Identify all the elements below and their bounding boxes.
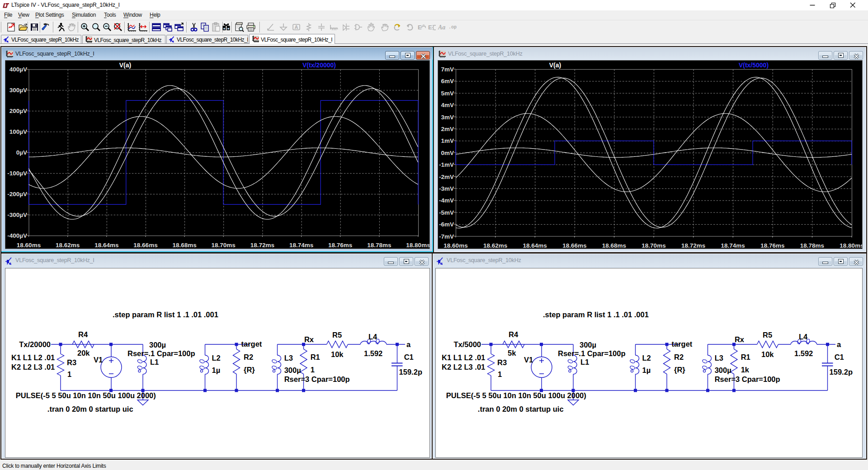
svg-text:18.72ms: 18.72ms xyxy=(681,242,705,249)
svg-text:C1: C1 xyxy=(835,353,844,361)
svg-text:PULSE(-5 5 50u 10n 10n 50u 100: PULSE(-5 5 50u 10n 10n 50u 100u 2000) xyxy=(446,391,586,400)
svg-text:3mV: 3mV xyxy=(441,114,454,121)
svg-text:18.64ms: 18.64ms xyxy=(94,242,118,249)
svg-text:-4mV: -4mV xyxy=(439,197,454,204)
svg-text:300µ: 300µ xyxy=(149,341,166,349)
svg-text:4mV: 4mV xyxy=(441,102,454,108)
svg-text:R4: R4 xyxy=(509,330,519,338)
svg-text:PULSE(-5 5 50u 10n 10n 50u 100: PULSE(-5 5 50u 10n 10n 50u 100u 2000) xyxy=(16,391,156,400)
svg-text:18.64ms: 18.64ms xyxy=(523,242,547,249)
svg-text:10k: 10k xyxy=(331,350,344,358)
svg-text:{R}: {R} xyxy=(244,366,255,374)
svg-text:V(a): V(a) xyxy=(549,61,561,69)
svg-text:6mV: 6mV xyxy=(441,78,454,85)
svg-text:18.68ms: 18.68ms xyxy=(172,242,196,249)
svg-text:18.74ms: 18.74ms xyxy=(721,242,745,249)
svg-text:Rx: Rx xyxy=(304,335,314,343)
svg-text:18.70ms: 18.70ms xyxy=(642,242,665,249)
svg-text:7mV: 7mV xyxy=(441,66,454,73)
svg-text:R2: R2 xyxy=(244,353,253,361)
svg-text:-5mV: -5mV xyxy=(439,209,454,216)
svg-text:18.68ms: 18.68ms xyxy=(602,242,626,249)
svg-text:A: A xyxy=(295,24,298,30)
svg-text:R2: R2 xyxy=(674,353,684,361)
svg-text:R5: R5 xyxy=(332,331,342,339)
svg-text:300µV: 300µV xyxy=(9,87,27,94)
svg-text:18.62ms: 18.62ms xyxy=(483,242,507,249)
svg-text:Rser=3 Cpar=100p: Rser=3 Cpar=100p xyxy=(284,375,350,383)
svg-text:K2 L2 L3 .01: K2 L2 L3 .01 xyxy=(11,363,55,371)
svg-text:.step param R list 1 .1 .01 .0: .step param R list 1 .1 .01 .001 xyxy=(113,310,218,319)
svg-text:R5: R5 xyxy=(763,331,772,339)
svg-text:-3mV: -3mV xyxy=(439,185,454,192)
svg-text:Tx/5000: Tx/5000 xyxy=(453,340,481,348)
svg-text:18.76ms: 18.76ms xyxy=(760,242,784,249)
svg-text:Rser=.1 Cpar=100p: Rser=.1 Cpar=100p xyxy=(127,349,195,357)
svg-text:L2: L2 xyxy=(642,354,651,362)
svg-text:.tran 0 20m 0 startup uic: .tran 0 20m 0 startup uic xyxy=(478,405,564,413)
svg-text:18.78ms: 18.78ms xyxy=(800,242,824,249)
svg-text:K1 L1 L2 .01: K1 L1 L2 .01 xyxy=(11,353,55,362)
svg-text:100µV: 100µV xyxy=(9,128,27,135)
svg-text:K2 L2 L3 .01: K2 L2 L3 .01 xyxy=(442,363,485,371)
svg-text:0mV: 0mV xyxy=(441,150,454,156)
svg-text:5mV: 5mV xyxy=(441,90,454,97)
svg-text:-7mV: -7mV xyxy=(439,233,454,240)
svg-text:200µV: 200µV xyxy=(9,108,27,114)
svg-text:1.592: 1.592 xyxy=(364,349,382,357)
svg-text:K1 L1 L2 .01: K1 L1 L2 .01 xyxy=(442,353,485,362)
svg-text:a: a xyxy=(837,340,841,348)
svg-text:Rser=3 Cpar=100p: Rser=3 Cpar=100p xyxy=(715,375,780,383)
svg-text:1.592: 1.592 xyxy=(794,349,813,357)
svg-text:-1mV: -1mV xyxy=(439,161,454,168)
svg-text:-200µV: -200µV xyxy=(7,191,27,197)
svg-text:18.66ms: 18.66ms xyxy=(562,242,586,249)
svg-text:1µ: 1µ xyxy=(642,366,651,374)
svg-text:-2mV: -2mV xyxy=(439,174,454,180)
svg-text:300µ: 300µ xyxy=(715,366,731,374)
svg-text:V(tx/5000): V(tx/5000) xyxy=(739,61,769,69)
svg-text:159.2p: 159.2p xyxy=(399,368,422,376)
svg-text:V(a): V(a) xyxy=(119,61,131,69)
svg-text:V(tx/20000): V(tx/20000) xyxy=(302,61,336,69)
svg-text:1k: 1k xyxy=(741,366,750,374)
svg-text:1mV: 1mV xyxy=(441,137,454,144)
svg-text:Tx/20000: Tx/20000 xyxy=(19,340,51,348)
svg-text:18.62ms: 18.62ms xyxy=(56,242,80,249)
svg-text:18.76ms: 18.76ms xyxy=(328,242,352,249)
svg-text:18.80ms: 18.80ms xyxy=(406,242,429,249)
svg-text:300µ: 300µ xyxy=(580,341,596,349)
svg-text:V1: V1 xyxy=(94,356,103,364)
svg-text:18.70ms: 18.70ms xyxy=(212,242,236,249)
svg-text:18.66ms: 18.66ms xyxy=(133,242,157,249)
svg-text:5k: 5k xyxy=(508,349,516,357)
svg-text:L4: L4 xyxy=(799,333,808,341)
svg-text:Rx: Rx xyxy=(735,335,745,343)
svg-text:18.72ms: 18.72ms xyxy=(250,242,274,249)
svg-text:R4: R4 xyxy=(78,330,88,338)
svg-text:0µV: 0µV xyxy=(16,149,27,156)
svg-text:18.74ms: 18.74ms xyxy=(289,242,313,249)
svg-text:-6mV: -6mV xyxy=(439,221,454,228)
svg-text:-100µV: -100µV xyxy=(7,170,27,177)
svg-text:Rser=.1 Cpar=100p: Rser=.1 Cpar=100p xyxy=(558,349,626,357)
svg-text:R3: R3 xyxy=(67,358,76,367)
svg-text:{R}: {R} xyxy=(674,366,685,374)
svg-text:10k: 10k xyxy=(761,350,774,358)
svg-text:20k: 20k xyxy=(77,349,90,357)
svg-text:159.2p: 159.2p xyxy=(830,368,853,376)
svg-text:R1: R1 xyxy=(741,353,750,361)
svg-text:target: target xyxy=(241,340,262,348)
svg-text:L1: L1 xyxy=(580,358,589,366)
svg-text:.tran 0 20m 0 startup uic: .tran 0 20m 0 startup uic xyxy=(47,405,133,413)
svg-text:L1: L1 xyxy=(150,358,159,366)
svg-text:L2: L2 xyxy=(212,354,221,362)
svg-text:V1: V1 xyxy=(524,356,533,364)
svg-text:18.80ms: 18.80ms xyxy=(840,242,862,249)
svg-text:target: target xyxy=(672,340,693,348)
svg-text:R3: R3 xyxy=(497,358,507,367)
svg-text:18.78ms: 18.78ms xyxy=(367,242,391,249)
svg-text:300µ: 300µ xyxy=(284,366,301,374)
svg-text:L3: L3 xyxy=(715,354,723,362)
svg-text:1: 1 xyxy=(498,370,502,378)
